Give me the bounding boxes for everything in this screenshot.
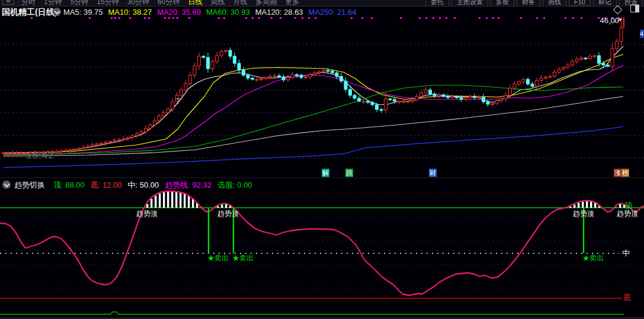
- ma-line-MA10: [4, 54, 623, 154]
- price-annotation-label: 46.00: [600, 16, 619, 25]
- indicator-param: 选股: 0.00: [217, 181, 252, 189]
- indicator-name[interactable]: 趋势切换: [14, 180, 45, 191]
- trading-terminal-window: ▦ 分时1分钟5分钟15分钟30分钟60分钟日线周线月线多周期更多 委托主图设置…: [0, 0, 644, 319]
- indicator-param: 底: 12.00: [91, 181, 122, 189]
- trend-top-label: 趋势顶: [136, 209, 158, 219]
- price-watermark: 15.42: [26, 150, 55, 162]
- select-zero-line: [0, 312, 624, 314]
- chevron-down-circle-icon[interactable]: [2, 181, 11, 189]
- ma-line-MA20: [4, 65, 623, 154]
- level-edge-label-底: 底: [623, 292, 631, 303]
- ma-line-MA250: [4, 127, 623, 167]
- trend-curve: [0, 191, 644, 295]
- candles: [2, 17, 623, 156]
- sell-signal-lines: [209, 208, 584, 253]
- level-edge-label-顶: 顶: [624, 201, 632, 211]
- indicator-param: 中: 50.00: [128, 181, 159, 189]
- sell-signal-label: ★卖出: [232, 253, 254, 263]
- trend-top-label: 趋势顶: [573, 209, 594, 219]
- main-gridlines: [0, 44, 644, 158]
- event-badge-榜[interactable]: 榜: [621, 169, 629, 177]
- indicator-header: 趋势切换 顶: 88.00底: 12.00中: 50.00趋势线: 92.32选…: [0, 178, 644, 191]
- clipped-axis-label: 4: [640, 30, 644, 38]
- event-badge-涨[interactable]: 涨: [614, 169, 621, 177]
- t-marker: T: [175, 96, 181, 106]
- trend-top-label: 趋势顶: [217, 209, 239, 219]
- indicator-params: 顶: 88.00底: 12.00中: 50.00趋势线: 92.32选股: 0.…: [53, 180, 258, 191]
- ma-lines: [4, 46, 623, 167]
- event-badge-解[interactable]: 解: [322, 169, 329, 177]
- chart-canvas[interactable]: [0, 0, 644, 319]
- event-badge-财[interactable]: 财: [429, 169, 437, 177]
- event-badge-跌[interactable]: 跌: [345, 169, 353, 177]
- ma-line-MA5: [4, 46, 623, 153]
- ma-line-MA120: [4, 96, 623, 156]
- sell-signal-label: ★卖出: [207, 253, 229, 263]
- hatch-fill: [146, 192, 629, 208]
- signal-dots-row: [31, 17, 620, 19]
- sell-signal-label: ★卖出: [582, 253, 604, 263]
- indicator-param: 顶: 88.00: [53, 181, 85, 189]
- indicator-param: 趋势线: 92.32: [165, 181, 212, 189]
- level-edge-label-中: 中: [622, 248, 630, 259]
